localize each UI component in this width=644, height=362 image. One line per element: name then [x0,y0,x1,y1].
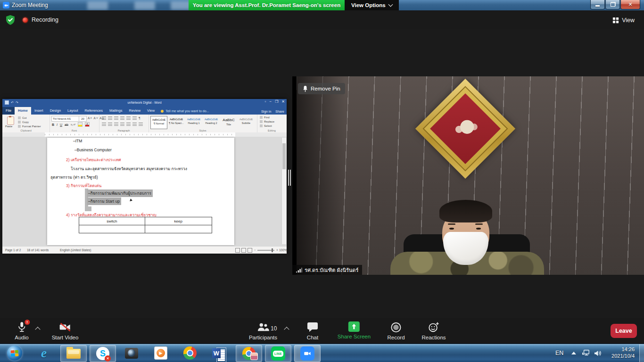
taskbar-chrome-profile[interactable] [236,345,262,362]
word-restore-button[interactable]: ❒ [275,99,278,104]
show-desktop-button[interactable] [639,344,644,362]
font-name-select[interactable]: TH Niramit AS [51,116,79,122]
zoom-slider[interactable] [257,250,274,251]
subscript-button[interactable]: x₂ x² [71,123,75,126]
taskbar-camera-app[interactable] [119,345,144,361]
panel-divider[interactable] [288,170,291,186]
meeting-toolbar: ! Audio Start Video Participa [0,318,644,344]
bold-button[interactable]: B [52,123,54,126]
share-screen-button[interactable]: Share Screen [338,321,371,339]
taskbar-media-player[interactable]: ▶ [148,345,173,361]
taskbar-skype[interactable]: S ✕ [90,345,116,362]
leave-button[interactable]: Leave [611,324,637,338]
tab-references[interactable]: References [82,107,106,115]
tab-view[interactable]: View [144,107,158,115]
font-color-button[interactable]: A [85,122,90,127]
style-normal[interactable]: AaBbCcDdE ¶ Normal [150,116,167,129]
copy-button[interactable]: Copy [18,121,29,123]
system-clock[interactable]: 14:26 2021/10/4 [604,346,635,359]
skype-icon: S ✕ [96,347,109,360]
style-no-spacing[interactable]: AaBbCcDdE ¶ No Spaci... [168,116,184,128]
view-mode-buttons[interactable] [235,248,254,253]
word-close-button[interactable]: ✕ [281,99,285,104]
doc-table[interactable]: switch keep [79,217,212,233]
doc-table-header-cell[interactable]: keep [145,217,212,225]
taskbar-word[interactable]: W [206,345,232,361]
style-heading-2[interactable]: AaBbCcDdE Heading 2 [203,116,219,128]
replace-button[interactable]: Replace [260,120,274,123]
paragraph-row1-icons[interactable]: ¶ [102,116,140,120]
record-button[interactable]: Record [387,321,405,340]
page-indicator[interactable]: Page 1 of 2 [5,248,21,252]
word-minimize-button[interactable]: − [269,99,272,104]
start-video-button[interactable]: Start Video [52,321,79,340]
start-button[interactable] [2,345,27,361]
tab-review[interactable]: Review [125,107,144,115]
select-button[interactable]: Select [260,124,272,127]
person-hair [439,200,492,222]
paste-label[interactable]: Paste [5,125,12,128]
audio-button[interactable]: ! Audio [15,321,28,340]
style-title[interactable]: AaBbC Title [221,116,237,128]
strikethrough-button[interactable]: ab [65,123,68,126]
audio-options-caret[interactable] [35,327,40,332]
network-icon[interactable] [582,344,590,362]
participants-label: Participants [249,335,277,340]
view-options-button[interactable]: View Options [345,0,399,10]
minimize-button[interactable] [590,0,605,9]
scrollbar-thumb[interactable] [282,143,286,169]
line-icon: LINE [271,346,285,361]
doc-table-header-cell[interactable]: switch [79,217,145,225]
find-button[interactable]: Find [260,116,270,119]
taskbar-file-explorer[interactable] [60,345,87,362]
paragraph-row2-icons[interactable] [102,123,143,126]
taskbar-zoom[interactable] [294,345,321,362]
tab-home[interactable]: Home [15,107,31,115]
restore-button[interactable] [605,0,620,9]
share-button[interactable]: Share [275,110,284,113]
recording-label: Recording [32,16,58,23]
tab-file[interactable]: File [2,107,15,115]
underline-button[interactable]: U [60,123,62,126]
sign-in-link[interactable]: Sign in [261,110,271,113]
language-indicator[interactable]: EN [555,344,563,362]
style-heading-1[interactable]: AaBbCcDdE Heading 1 [186,116,202,128]
participants-options-caret[interactable] [284,327,289,332]
tab-layout[interactable]: Layout [64,107,82,115]
taskbar-internet-explorer[interactable]: e [31,345,57,361]
doc-table-cell[interactable] [79,225,145,233]
doc-table-cell[interactable] [145,225,212,233]
taskbar-line[interactable]: LINE [265,345,291,362]
taskbar-chrome[interactable] [177,345,203,361]
word-vertical-scrollbar[interactable] [281,138,286,244]
view-button[interactable]: View [609,15,638,26]
tab-mailings[interactable]: Mailings [106,107,126,115]
ribbon-options-icon[interactable]: ▫ [265,99,266,104]
format-painter-button[interactable]: Format Painter [18,125,41,128]
paste-icon[interactable] [7,116,14,125]
reactions-button[interactable]: Reactions [421,321,446,340]
zoom-out-button[interactable]: − [254,248,256,252]
language-indicator[interactable]: English (United States) [60,248,91,252]
word-page[interactable]: –ITM –Business Computer 2) เครือข่ายไทยแ… [47,138,234,245]
tab-insert[interactable]: Insert [31,107,47,115]
italic-button[interactable]: I [57,123,58,126]
word-count[interactable]: 18 of 141 words [27,248,49,252]
tab-design[interactable]: Design [47,107,64,115]
profile-avatar [250,353,258,360]
font-size-select[interactable]: 20 [79,116,87,122]
text-highlight-button[interactable] [78,122,83,127]
pinned-video-tile[interactable]: Remove Pin รศ.ดร.บัณฑิต ผังนิรันดร์ [292,76,644,275]
volume-icon[interactable] [594,344,602,362]
zoom-in-button[interactable]: + [276,248,278,252]
cut-button[interactable]: Cut [18,116,26,119]
lightbulb-icon [161,110,164,113]
zoom-percentage[interactable]: 100% [279,248,287,252]
style-subtitle[interactable]: AaBbCcDdE Subtitle [238,116,254,128]
chat-button[interactable]: Chat [306,321,319,340]
tell-me-box[interactable]: Tell me what you want to do... [161,109,209,115]
security-shield-icon[interactable] [5,15,16,25]
tray-hidden-icons-button[interactable] [571,344,576,362]
close-button[interactable]: ✕ [620,0,640,9]
remove-pin-button[interactable]: Remove Pin [298,83,345,94]
